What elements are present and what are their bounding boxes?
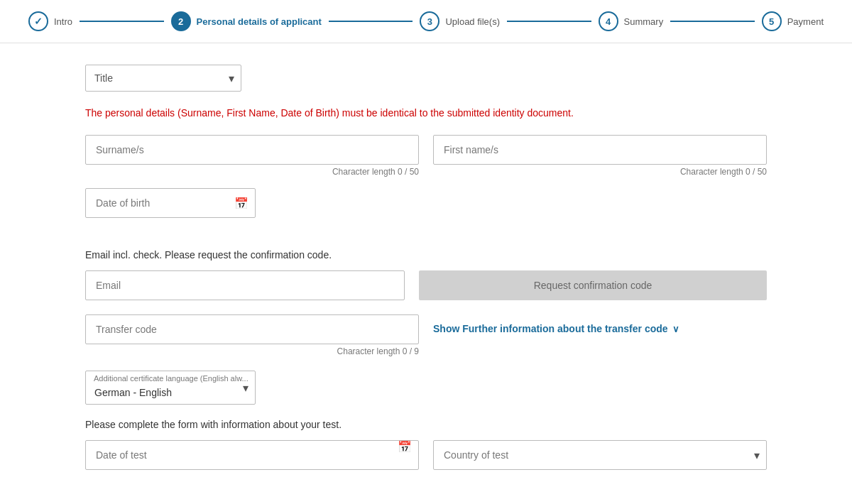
email-row: Request confirmation code [85,270,767,300]
date-of-test-wrapper: 📅 [85,440,419,470]
step-line-2 [329,21,413,22]
surname-col: Character length 0 / 50 [85,135,419,177]
test-section-label: Please complete the form with informatio… [85,419,767,430]
step-summary: 4 Summary [599,11,664,31]
surname-input-wrapper [85,135,419,165]
identity-warning: The personal details (Surname, First Nam… [85,106,767,121]
firstname-input[interactable] [433,135,767,165]
dob-wrapper: 📅 [85,188,256,218]
dob-input[interactable] [85,188,256,218]
step-circle-payment: 5 [762,11,782,31]
step-label-personal: Personal details of applicant [197,16,322,27]
country-select-wrapper[interactable]: Country of test Germany United States Un… [433,440,767,470]
surname-char-count: Character length 0 / 50 [85,167,419,177]
step-line-1 [80,21,164,22]
confirm-code-button[interactable]: Request confirmation code [419,270,767,300]
step-line-4 [670,21,755,22]
title-select[interactable]: Title Mr Mrs Ms Dr [85,65,241,92]
date-of-test-col: 📅 [85,440,419,470]
firstname-col: Character length 0 / 50 [433,135,767,177]
show-more-link[interactable]: Show Further information about the trans… [433,314,767,334]
step-personal: 2 Personal details of applicant [171,11,322,31]
email-col [85,270,405,300]
step-payment: 5 Payment [762,11,824,31]
step-line-3 [507,21,591,22]
transfer-code-input[interactable] [85,314,419,344]
name-row: Character length 0 / 50 Character length… [85,135,767,177]
step-label-upload: Upload file(s) [445,16,500,27]
firstname-char-count: Character length 0 / 50 [433,167,767,177]
stepper: ✓ Intro 2 Personal details of applicant … [0,0,852,43]
step-circle-summary: 4 [599,11,618,31]
step-circle-intro: ✓ [28,11,48,31]
step-label-summary: Summary [624,16,664,27]
transfer-char-count: Character length 0 / 9 [85,346,419,356]
email-section-label: Email incl. check. Please request the co… [85,249,767,261]
date-of-test-input[interactable] [85,440,419,470]
surname-input[interactable] [85,135,419,165]
firstname-input-wrapper [433,135,767,165]
step-label-payment: Payment [787,16,824,27]
step-intro: ✓ Intro [28,11,72,31]
step-circle-upload: 3 [420,11,439,31]
transfer-col: Character length 0 / 9 [85,314,419,356]
chevron-down-icon: ∨ [672,324,679,334]
step-label-intro: Intro [54,16,72,27]
email-input[interactable] [85,270,405,300]
title-select-wrapper[interactable]: Title Mr Mrs Ms Dr ▾ [85,65,241,92]
transfer-row: Character length 0 / 9 Show Further info… [85,314,767,356]
main-content: Title Mr Mrs Ms Dr ▾ The personal detail… [0,43,852,491]
language-select-wrapper[interactable]: Additional certificate language (English… [85,371,256,405]
test-row: 📅 Country of test Germany United States … [85,440,767,470]
country-of-test-select[interactable]: Country of test Germany United States Un… [433,440,767,470]
country-of-test-col: Country of test Germany United States Un… [433,440,767,470]
step-upload: 3 Upload file(s) [420,11,500,31]
step-circle-personal: 2 [171,11,191,31]
language-label: Additional certificate language (English… [94,374,248,383]
